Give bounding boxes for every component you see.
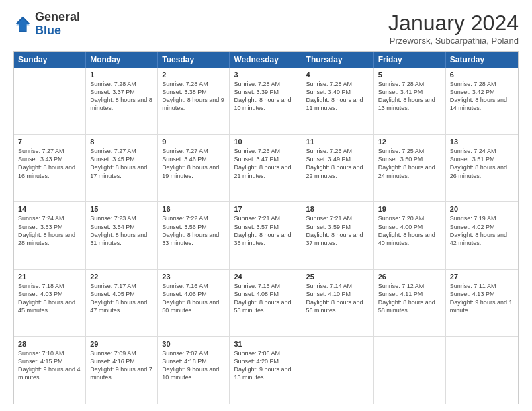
calendar-cell: 8Sunrise: 7:27 AMSunset: 3:45 PMDaylight… xyxy=(86,135,158,201)
calendar-cell: 24Sunrise: 7:15 AMSunset: 4:08 PMDayligh… xyxy=(230,270,302,336)
calendar-cell: 30Sunrise: 7:07 AMSunset: 4:18 PMDayligh… xyxy=(158,337,230,404)
cell-date: 21 xyxy=(18,273,81,281)
cell-date: 27 xyxy=(450,273,514,281)
calendar-cell: 5Sunrise: 7:28 AMSunset: 3:41 PMDaylight… xyxy=(374,68,446,134)
logo-general: General xyxy=(35,10,80,24)
cell-info: Sunrise: 7:27 AMSunset: 3:43 PMDaylight:… xyxy=(18,147,81,180)
cell-info: Sunrise: 7:27 AMSunset: 3:45 PMDaylight:… xyxy=(90,147,153,180)
cell-date: 4 xyxy=(306,71,369,79)
calendar-cell: 3Sunrise: 7:28 AMSunset: 3:39 PMDaylight… xyxy=(230,68,302,134)
cell-info: Sunrise: 7:17 AMSunset: 4:05 PMDaylight:… xyxy=(90,282,153,315)
week-row: 28Sunrise: 7:10 AMSunset: 4:15 PMDayligh… xyxy=(14,337,518,404)
month-title: January 2024 xyxy=(388,11,519,36)
cell-date: 30 xyxy=(162,340,225,348)
cell-info: Sunrise: 7:28 AMSunset: 3:42 PMDaylight:… xyxy=(450,80,514,113)
cell-info: Sunrise: 7:24 AMSunset: 3:53 PMDaylight:… xyxy=(18,214,81,247)
weeks: 1Sunrise: 7:28 AMSunset: 3:37 PMDaylight… xyxy=(14,68,518,404)
cell-info: Sunrise: 7:21 AMSunset: 3:57 PMDaylight:… xyxy=(234,214,297,247)
logo-icon xyxy=(13,15,32,34)
calendar-cell: 11Sunrise: 7:26 AMSunset: 3:49 PMDayligh… xyxy=(302,135,374,201)
calendar-cell: 27Sunrise: 7:11 AMSunset: 4:13 PMDayligh… xyxy=(446,270,518,336)
calendar: SundayMondayTuesdayWednesdayThursdayFrid… xyxy=(13,51,519,404)
cell-date: 22 xyxy=(90,273,153,281)
cell-date: 1 xyxy=(90,71,153,79)
calendar-cell: 23Sunrise: 7:16 AMSunset: 4:06 PMDayligh… xyxy=(158,270,230,336)
cell-date: 11 xyxy=(306,138,369,146)
cell-date: 25 xyxy=(306,273,369,281)
calendar-cell: 29Sunrise: 7:09 AMSunset: 4:16 PMDayligh… xyxy=(86,337,158,404)
calendar-cell: 12Sunrise: 7:25 AMSunset: 3:50 PMDayligh… xyxy=(374,135,446,201)
cell-info: Sunrise: 7:15 AMSunset: 4:08 PMDaylight:… xyxy=(234,282,297,315)
calendar-cell: 18Sunrise: 7:21 AMSunset: 3:59 PMDayligh… xyxy=(302,202,374,269)
cell-date: 19 xyxy=(378,205,441,213)
cell-info: Sunrise: 7:09 AMSunset: 4:16 PMDaylight:… xyxy=(90,349,153,382)
cell-info: Sunrise: 7:18 AMSunset: 4:03 PMDaylight:… xyxy=(18,282,81,315)
cell-date: 31 xyxy=(234,340,297,348)
subtitle: Przeworsk, Subcarpathia, Poland xyxy=(388,36,519,46)
day-header: Thursday xyxy=(302,52,374,68)
cell-info: Sunrise: 7:24 AMSunset: 3:51 PMDaylight:… xyxy=(450,147,514,180)
cell-info: Sunrise: 7:12 AMSunset: 4:11 PMDaylight:… xyxy=(378,282,441,315)
cell-date: 10 xyxy=(234,138,297,146)
calendar-cell: 22Sunrise: 7:17 AMSunset: 4:05 PMDayligh… xyxy=(86,270,158,336)
cell-info: Sunrise: 7:21 AMSunset: 3:59 PMDaylight:… xyxy=(306,214,369,247)
cell-date: 14 xyxy=(18,205,81,213)
cell-date: 13 xyxy=(450,138,514,146)
day-header: Monday xyxy=(86,52,158,68)
cell-date: 12 xyxy=(378,138,441,146)
cell-info: Sunrise: 7:11 AMSunset: 4:13 PMDaylight:… xyxy=(450,282,514,315)
calendar-cell: 15Sunrise: 7:23 AMSunset: 3:54 PMDayligh… xyxy=(86,202,158,269)
cell-date: 15 xyxy=(90,205,153,213)
cell-info: Sunrise: 7:10 AMSunset: 4:15 PMDaylight:… xyxy=(18,349,81,382)
cell-info: Sunrise: 7:28 AMSunset: 3:41 PMDaylight:… xyxy=(378,80,441,113)
calendar-cell: 14Sunrise: 7:24 AMSunset: 3:53 PMDayligh… xyxy=(14,202,86,269)
cell-date: 23 xyxy=(162,273,225,281)
cell-info: Sunrise: 7:27 AMSunset: 3:46 PMDaylight:… xyxy=(162,147,225,180)
week-row: 21Sunrise: 7:18 AMSunset: 4:03 PMDayligh… xyxy=(14,270,518,337)
cell-info: Sunrise: 7:22 AMSunset: 3:56 PMDaylight:… xyxy=(162,214,225,247)
cell-date: 16 xyxy=(162,205,225,213)
logo-blue: Blue xyxy=(35,24,61,37)
calendar-cell: 9Sunrise: 7:27 AMSunset: 3:46 PMDaylight… xyxy=(158,135,230,201)
day-header: Tuesday xyxy=(158,52,230,68)
cell-date: 9 xyxy=(162,138,225,146)
calendar-cell: 20Sunrise: 7:19 AMSunset: 4:02 PMDayligh… xyxy=(446,202,518,269)
cell-info: Sunrise: 7:26 AMSunset: 3:47 PMDaylight:… xyxy=(234,147,297,180)
cell-date: 29 xyxy=(90,340,153,348)
day-header: Sunday xyxy=(14,52,86,68)
cell-date: 26 xyxy=(378,273,441,281)
calendar-cell: 10Sunrise: 7:26 AMSunset: 3:47 PMDayligh… xyxy=(230,135,302,201)
calendar-cell: 28Sunrise: 7:10 AMSunset: 4:15 PMDayligh… xyxy=(14,337,86,404)
cell-info: Sunrise: 7:23 AMSunset: 3:54 PMDaylight:… xyxy=(90,214,153,247)
calendar-cell xyxy=(446,337,518,404)
cell-date: 6 xyxy=(450,71,514,79)
cell-date: 24 xyxy=(234,273,297,281)
cell-date: 7 xyxy=(18,138,81,146)
svg-marker-1 xyxy=(16,18,30,30)
calendar-cell: 17Sunrise: 7:21 AMSunset: 3:57 PMDayligh… xyxy=(230,202,302,269)
cell-info: Sunrise: 7:28 AMSunset: 3:39 PMDaylight:… xyxy=(234,80,297,113)
day-header: Saturday xyxy=(446,52,518,68)
day-header: Wednesday xyxy=(230,52,302,68)
calendar-cell: 7Sunrise: 7:27 AMSunset: 3:43 PMDaylight… xyxy=(14,135,86,201)
calendar-cell: 26Sunrise: 7:12 AMSunset: 4:11 PMDayligh… xyxy=(374,270,446,336)
cell-info: Sunrise: 7:07 AMSunset: 4:18 PMDaylight:… xyxy=(162,349,225,382)
logo: General Blue xyxy=(13,11,80,38)
cell-date: 20 xyxy=(450,205,514,213)
calendar-cell: 2Sunrise: 7:28 AMSunset: 3:38 PMDaylight… xyxy=(158,68,230,134)
cell-info: Sunrise: 7:28 AMSunset: 3:38 PMDaylight:… xyxy=(162,80,225,113)
calendar-cell xyxy=(374,337,446,404)
cell-info: Sunrise: 7:28 AMSunset: 3:40 PMDaylight:… xyxy=(306,80,369,113)
cell-date: 5 xyxy=(378,71,441,79)
logo-text: General Blue xyxy=(35,11,80,38)
cell-info: Sunrise: 7:06 AMSunset: 4:20 PMDaylight:… xyxy=(234,349,297,382)
calendar-cell: 4Sunrise: 7:28 AMSunset: 3:40 PMDaylight… xyxy=(302,68,374,134)
week-row: 14Sunrise: 7:24 AMSunset: 3:53 PMDayligh… xyxy=(14,202,518,269)
calendar-cell: 16Sunrise: 7:22 AMSunset: 3:56 PMDayligh… xyxy=(158,202,230,269)
calendar-cell: 19Sunrise: 7:20 AMSunset: 4:00 PMDayligh… xyxy=(374,202,446,269)
cell-date: 8 xyxy=(90,138,153,146)
calendar-cell: 1Sunrise: 7:28 AMSunset: 3:37 PMDaylight… xyxy=(86,68,158,134)
cell-info: Sunrise: 7:28 AMSunset: 3:37 PMDaylight:… xyxy=(90,80,153,113)
cell-date: 2 xyxy=(162,71,225,79)
cell-date: 28 xyxy=(18,340,81,348)
